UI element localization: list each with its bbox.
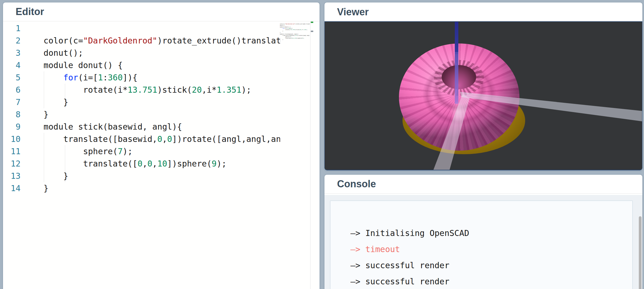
console-scrollbar[interactable] [638, 195, 642, 289]
console-line: –> timeout [350, 241, 632, 257]
code-line[interactable]: module donut() { [44, 59, 280, 71]
code-token: 1.351 [303, 29, 306, 30]
code-token: 1 [98, 73, 103, 82]
code-token: 9 [212, 159, 217, 168]
editor-title: Editor [16, 6, 44, 17]
code-token [44, 73, 63, 82]
code-line[interactable]: } [44, 96, 280, 108]
code-token: ])sphere( [167, 159, 212, 168]
code-line[interactable]: color(c="DarkGoldenrod")rotate_extrude()… [44, 34, 280, 47]
code-token: sphere( [44, 147, 118, 156]
code-token: 7 [118, 147, 123, 156]
code-token: )rotate_extrude()translat [157, 36, 280, 45]
code-line[interactable]: rotate(i*13.751)stick(20,i*1.351); [44, 84, 280, 96]
code-token: ); [217, 159, 226, 168]
code-line[interactable] [44, 22, 280, 34]
code-token: )stick( [295, 29, 300, 30]
blue-axis-rod-translucent [455, 52, 458, 104]
code-line[interactable]: for(i=[1:360]){ [44, 71, 280, 84]
code-token: donut(); [44, 48, 83, 58]
code-line[interactable]: } [44, 182, 280, 194]
console-title: Console [337, 178, 376, 190]
code-token: rotate(i* [44, 85, 128, 95]
code-line[interactable]: } [44, 170, 280, 182]
code-token: } [44, 171, 68, 181]
code-token: 360 [108, 73, 123, 82]
code-token: , [162, 134, 167, 144]
console-header: Console [324, 175, 642, 194]
code-token: color(c= [44, 36, 83, 45]
code-token: (i=[ [78, 73, 98, 82]
console-line: –> successful render [350, 273, 632, 289]
minimap-line: } [280, 40, 310, 42]
code-token: : [103, 73, 108, 82]
code-token: ])rotate([angl,angl,an [172, 134, 280, 144]
code-token: )rotate_extrude()translat [295, 23, 310, 25]
code-token: module donut() { [44, 60, 123, 70]
code-line[interactable]: sphere(7); [44, 145, 280, 157]
line-number: 9 [3, 121, 21, 133]
line-number: 11 [3, 145, 21, 157]
code-token: } [44, 183, 48, 193]
code-token: ]){ [123, 73, 137, 82]
code-line[interactable]: translate([basewid,0,0])rotate([angl,ang… [44, 133, 280, 145]
blue-axis-rod [455, 22, 458, 54]
line-number: 4 [3, 59, 21, 71]
donut-hole [442, 65, 476, 89]
code-token: , [142, 159, 147, 168]
code-token: "DarkGoldenrod" [285, 23, 295, 25]
code-editor[interactable]: 1234567891011121314 color(c="DarkGoldenr… [3, 21, 320, 289]
console-output: –> Initialising OpenSCAD–> timeout–> suc… [330, 200, 633, 289]
code-token: } [44, 110, 48, 119]
line-number-gutter: 1234567891011121314 [3, 22, 21, 194]
code-line[interactable]: translate([0,0,10])sphere(9); [44, 157, 280, 170]
console-body: –> Initialising OpenSCAD–> timeout–> suc… [324, 195, 642, 289]
editor-header: Editor [3, 2, 320, 21]
code-token: ); [123, 147, 133, 156]
console-line: –> Initialising OpenSCAD [350, 225, 632, 241]
code-token: ,i* [202, 85, 217, 95]
code-token: 0 [137, 159, 142, 168]
viewer-title: Viewer [337, 6, 369, 18]
code-token: ); [303, 37, 304, 39]
3d-viewport[interactable] [324, 21, 642, 170]
scrollbar-thumb[interactable] [639, 216, 642, 289]
code-token: 0 [147, 159, 152, 168]
line-number: 13 [3, 170, 21, 182]
line-number: 6 [3, 84, 21, 96]
line-number: 8 [3, 108, 21, 121]
code-token: ])sphere( [296, 37, 302, 39]
code-line[interactable]: donut(); [44, 47, 280, 59]
code-token: 13.751 [128, 85, 157, 95]
code-token: translate([ [44, 159, 137, 168]
code-token: , [152, 159, 157, 168]
line-number: 10 [3, 133, 21, 145]
minimap-line: rotate(i*13.751)stick(20,i*1.351); [280, 29, 310, 30]
editor-panel: Editor 1234567891011121314 color(c="Dark… [3, 2, 320, 289]
line-number: 14 [3, 182, 21, 194]
minimap-separator [310, 21, 311, 289]
minimap[interactable]: color(c="DarkGoldenrod")rotate_extrude()… [280, 22, 310, 87]
code-text-area[interactable]: color(c="DarkGoldenrod")rotate_extrude()… [44, 22, 280, 289]
code-token: "DarkGoldenrod" [83, 36, 157, 45]
line-number: 1 [3, 22, 21, 34]
code-line[interactable]: } [44, 108, 280, 121]
code-line[interactable]: module stick(basewid, angl){ [44, 121, 280, 133]
code-token: } [280, 40, 280, 42]
line-number: 7 [3, 96, 21, 108]
code-token: for [63, 73, 78, 82]
code-token: translate([basewid, [44, 134, 157, 144]
viewer-header: Viewer [324, 2, 642, 21]
console-panel: Console –> Initialising OpenSCAD–> timeo… [324, 174, 643, 289]
code-token: ); [241, 85, 251, 95]
code-token: module stick(basewid, angl){ [44, 122, 182, 132]
line-number: 2 [3, 34, 21, 47]
line-number: 5 [3, 71, 21, 84]
overview-ruler-mark-gray [311, 31, 313, 32]
code-token: 20 [192, 85, 202, 95]
code-token: )stick( [157, 85, 192, 95]
code-token: } [44, 97, 68, 107]
code-token: 10 [157, 159, 167, 168]
code-token: ); [306, 29, 307, 30]
code-token: 13.751 [291, 29, 295, 30]
